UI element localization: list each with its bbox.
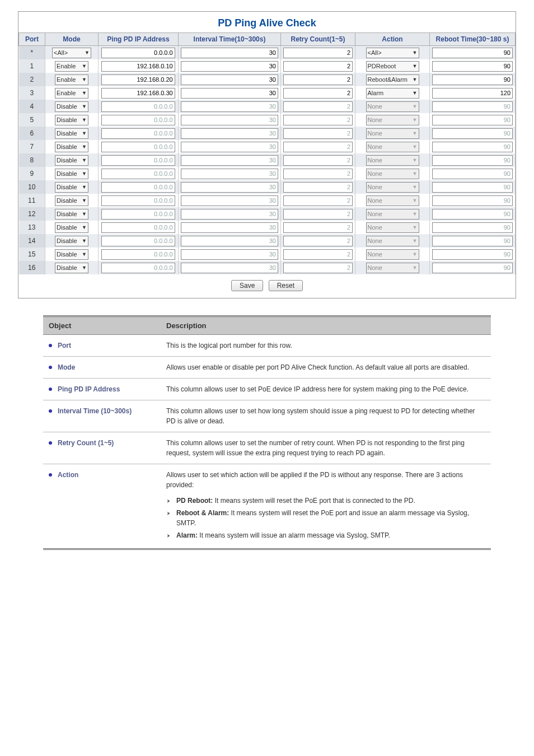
action-select: None▼ — [366, 128, 419, 139]
ip-input — [101, 182, 175, 193]
action-select-all[interactable]: <All> ▼ — [366, 48, 419, 58]
interval-input — [181, 249, 278, 260]
action-select: None▼ — [366, 182, 419, 193]
mode-select[interactable]: Disable▼ — [55, 195, 88, 206]
mode-select-all[interactable]: <All> ▼ — [52, 48, 91, 58]
action-select: None▼ — [366, 263, 419, 273]
chevron-down-icon: ▼ — [85, 50, 90, 55]
mode-select[interactable]: Disable▼ — [55, 249, 88, 260]
desc-head-obj: Object — [43, 316, 161, 335]
chevron-down-icon: ▼ — [82, 77, 87, 82]
col-mode: Mode — [45, 33, 99, 46]
mode-select[interactable]: Disable▼ — [55, 142, 88, 152]
chevron-down-icon: ▼ — [413, 104, 418, 109]
port-cell: 3 — [19, 86, 45, 100]
ip-input[interactable] — [101, 88, 175, 99]
port-cell: 11 — [19, 194, 45, 207]
desc-head-desc: Description — [161, 316, 491, 335]
interval-input — [181, 128, 278, 139]
action-value: None — [368, 103, 382, 110]
ip-input — [101, 115, 175, 125]
retry-input — [283, 115, 353, 125]
port-cell: 14 — [19, 234, 45, 248]
reboot-input[interactable] — [432, 74, 513, 85]
action-value: None — [368, 211, 382, 217]
mode-select[interactable]: Disable▼ — [55, 209, 88, 220]
retry-input[interactable] — [283, 61, 353, 72]
retry-input-all[interactable] — [283, 48, 353, 58]
mode-value: Disable — [57, 157, 77, 164]
mode-value: Disable — [57, 130, 77, 137]
action-value: None — [368, 143, 382, 150]
mode-select-all-value: <All> — [54, 49, 68, 56]
reboot-input-all[interactable] — [432, 48, 513, 58]
action-select[interactable]: PDReboot▼ — [366, 61, 419, 72]
action-value: None — [368, 237, 382, 244]
mode-value: Disable — [57, 143, 77, 150]
chevron-down-icon: ▼ — [413, 63, 418, 69]
chevron-down-icon: ▼ — [82, 157, 87, 163]
mode-select[interactable]: Disable▼ — [55, 236, 88, 246]
mode-select[interactable]: Disable▼ — [55, 115, 88, 125]
chevron-down-icon: ▼ — [82, 238, 87, 244]
chevron-down-icon: ▼ — [413, 184, 418, 190]
chevron-down-icon: ▼ — [413, 77, 418, 82]
ip-input[interactable] — [101, 74, 175, 85]
reboot-input — [432, 128, 513, 139]
port-cell: 1 — [19, 59, 45, 73]
mode-value: Disable — [57, 103, 77, 110]
arrow-icon — [166, 530, 171, 540]
reboot-input — [432, 222, 513, 233]
interval-input[interactable] — [181, 74, 278, 85]
mode-select[interactable]: Disable▼ — [55, 263, 88, 273]
mode-select[interactable]: Disable▼ — [55, 101, 88, 112]
col-action: Action — [355, 33, 430, 46]
action-value: PDReboot — [368, 63, 396, 69]
reboot-input[interactable] — [432, 61, 513, 72]
mode-select[interactable]: Enable▼ — [55, 88, 88, 99]
action-select[interactable]: Alarm▼ — [366, 88, 419, 99]
reboot-input[interactable] — [432, 88, 513, 99]
interval-input — [181, 142, 278, 152]
ip-input — [101, 249, 175, 260]
chevron-down-icon: ▼ — [82, 171, 87, 176]
port-cell: 5 — [19, 113, 45, 127]
retry-input[interactable] — [283, 88, 353, 99]
reset-button[interactable]: Reset — [269, 280, 303, 291]
retry-input[interactable] — [283, 74, 353, 85]
action-select[interactable]: Reboot&Alarm▼ — [366, 74, 419, 85]
ip-input — [101, 169, 175, 179]
bullet-icon — [49, 409, 52, 413]
retry-input — [283, 222, 353, 233]
ip-input — [101, 195, 175, 206]
port-cell: 16 — [19, 261, 45, 274]
interval-input[interactable] — [181, 88, 278, 99]
mode-value: Disable — [57, 224, 77, 231]
ip-input[interactable] — [101, 61, 175, 72]
mode-select[interactable]: Enable▼ — [55, 74, 88, 85]
action-sub-item: PD Reboot: It means system will reset th… — [166, 496, 485, 506]
interval-input[interactable] — [181, 61, 278, 72]
interval-input — [181, 195, 278, 206]
reboot-input — [432, 101, 513, 112]
mode-select[interactable]: Disable▼ — [55, 182, 88, 193]
save-button[interactable]: Save — [231, 280, 263, 291]
port-cell: 8 — [19, 153, 45, 167]
mode-select[interactable]: Disable▼ — [55, 222, 88, 233]
mode-value: Disable — [57, 184, 77, 190]
mode-select[interactable]: Enable▼ — [55, 61, 88, 72]
interval-input — [181, 169, 278, 179]
reboot-input — [432, 155, 513, 166]
interval-input-all[interactable] — [181, 48, 278, 58]
interval-input — [181, 182, 278, 193]
mode-select[interactable]: Disable▼ — [55, 128, 88, 139]
chevron-down-icon: ▼ — [82, 90, 87, 96]
reboot-input — [432, 209, 513, 220]
mode-select[interactable]: Disable▼ — [55, 169, 88, 179]
port-cell: 12 — [19, 207, 45, 221]
ip-input-all[interactable] — [101, 48, 175, 58]
chevron-down-icon: ▼ — [413, 130, 418, 136]
desc-object: Mode — [43, 357, 161, 379]
chevron-down-icon: ▼ — [413, 265, 418, 270]
mode-select[interactable]: Disable▼ — [55, 155, 88, 166]
